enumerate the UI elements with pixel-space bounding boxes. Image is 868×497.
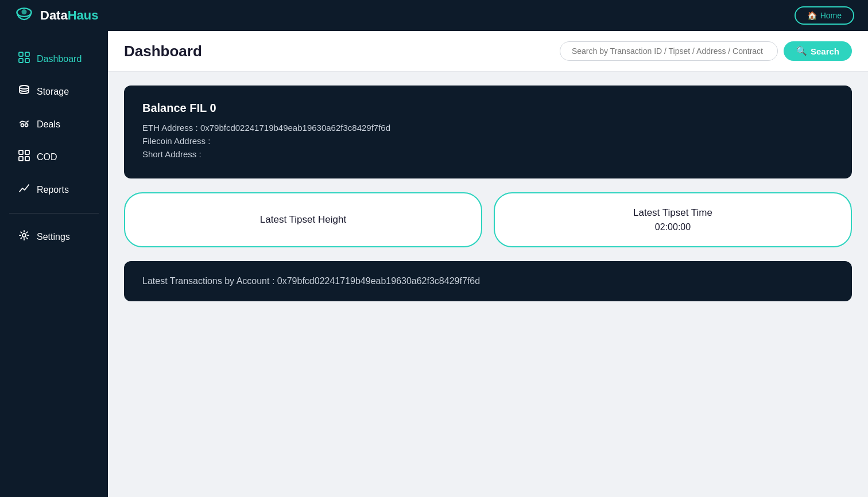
search-icon: 🔍 xyxy=(796,46,807,56)
eth-address-label: ETH Address : xyxy=(142,123,198,133)
svg-rect-11 xyxy=(19,157,23,161)
sidebar-item-cod[interactable]: COD xyxy=(5,142,103,172)
svg-rect-2 xyxy=(19,52,23,56)
home-button[interactable]: 🏠 Home xyxy=(795,6,854,25)
cod-icon xyxy=(18,150,30,164)
search-label: Search xyxy=(811,46,839,56)
app-body: Dashboard Storage Deals xyxy=(0,31,868,497)
main-content-area: Dashboard 🔍 Search Balance FIL 0 ETH Add… xyxy=(108,31,868,497)
settings-icon xyxy=(18,230,30,244)
sidebar-label-reports: Reports xyxy=(37,185,69,195)
transactions-card: Latest Transactions by Account : 0x79bfc… xyxy=(124,261,852,301)
sidebar-item-storage[interactable]: Storage xyxy=(5,76,103,107)
svg-point-13 xyxy=(22,234,26,237)
dashboard-content: Balance FIL 0 ETH Address : 0x79bfcd0224… xyxy=(108,72,868,315)
sidebar-item-reports[interactable]: Reports xyxy=(5,174,103,205)
sidebar-label-storage: Storage xyxy=(37,87,69,97)
sidebar-label-deals: Deals xyxy=(37,119,60,130)
tipset-time-value: 02:00:00 xyxy=(655,222,691,232)
short-address-label: Short Address : xyxy=(142,149,202,159)
svg-rect-4 xyxy=(19,59,23,63)
page-title: Dashboard xyxy=(124,42,202,60)
svg-point-7 xyxy=(21,124,24,127)
sidebar-divider xyxy=(9,213,99,213)
reports-icon xyxy=(18,183,30,197)
transactions-title: Latest Transactions by Account : 0x79bfc… xyxy=(142,276,834,286)
balance-title: Balance FIL 0 xyxy=(142,102,834,115)
logo-icon xyxy=(14,5,34,26)
sidebar-item-deals[interactable]: Deals xyxy=(5,109,103,139)
logo: DataHaus xyxy=(14,5,98,26)
logo-text: DataHaus xyxy=(40,8,98,23)
top-navigation: DataHaus 🏠 Home xyxy=(0,0,868,31)
filecoin-label: Filecoin Address : xyxy=(142,136,210,146)
home-label: Home xyxy=(820,11,842,20)
sidebar-label-dashboard: Dashboard xyxy=(37,54,82,64)
filecoin-address-row: Filecoin Address : xyxy=(142,136,834,146)
search-button[interactable]: 🔍 Search xyxy=(784,41,852,61)
sidebar-item-settings[interactable]: Settings xyxy=(5,222,103,252)
sidebar-label-cod: COD xyxy=(37,152,57,162)
short-address-row: Short Address : xyxy=(142,149,834,159)
home-icon: 🏠 xyxy=(807,11,817,20)
svg-rect-5 xyxy=(25,59,29,63)
svg-rect-3 xyxy=(25,52,29,56)
svg-point-8 xyxy=(25,124,28,127)
transactions-account: 0x79bfcd02241719b49eab19630a62f3c8429f7f… xyxy=(277,276,480,286)
eth-address-row: ETH Address : 0x79bfcd02241719b49eab1963… xyxy=(142,123,834,133)
tipset-time-card: Latest Tipset Time 02:00:00 xyxy=(494,192,852,247)
tipset-height-card: Latest Tipset Height xyxy=(124,192,482,247)
sidebar-item-dashboard[interactable]: Dashboard xyxy=(5,44,103,74)
main-header: Dashboard 🔍 Search xyxy=(108,31,868,72)
search-input[interactable] xyxy=(560,41,778,61)
sidebar-label-settings: Settings xyxy=(37,232,70,242)
storage-icon xyxy=(18,84,30,99)
balance-card: Balance FIL 0 ETH Address : 0x79bfcd0224… xyxy=(124,86,852,178)
tipset-row: Latest Tipset Height Latest Tipset Time … xyxy=(124,192,852,247)
eth-address-value: 0x79bfcd02241719b49eab19630a62f3c8429f7f… xyxy=(200,123,390,133)
deals-icon xyxy=(18,117,30,131)
transactions-label: Latest Transactions by Account : xyxy=(142,276,274,286)
svg-point-6 xyxy=(20,86,29,89)
svg-point-1 xyxy=(22,9,27,14)
tipset-time-label: Latest Tipset Time xyxy=(633,207,712,219)
svg-rect-12 xyxy=(25,157,29,161)
search-area: 🔍 Search xyxy=(560,41,852,61)
dashboard-icon xyxy=(18,52,30,66)
sidebar: Dashboard Storage Deals xyxy=(0,31,108,497)
svg-rect-10 xyxy=(25,150,29,154)
tipset-height-label: Latest Tipset Height xyxy=(260,214,346,226)
svg-rect-9 xyxy=(19,150,23,154)
